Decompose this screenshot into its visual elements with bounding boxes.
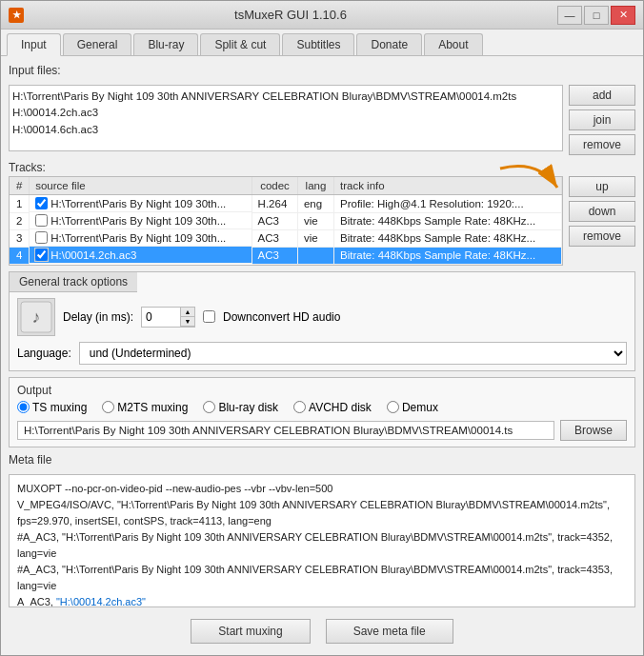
input-files-row: H:\Torrent\Paris By Night 109 30th ANNIV… <box>9 85 635 155</box>
remove-file-button[interactable]: remove <box>569 134 635 155</box>
tab-bar: Input General Blu-ray Split & cut Subtit… <box>1 30 643 56</box>
track-codec: AC3 <box>252 229 298 247</box>
track-lang <box>297 247 333 264</box>
add-button[interactable]: add <box>569 85 635 106</box>
app-icon: ★ <box>9 8 24 23</box>
track-checkbox[interactable] <box>35 231 48 244</box>
meta-line: A_AC3, "H:\00014.2ch.ac3" <box>17 594 627 607</box>
track-icon: ♪ <box>17 298 55 336</box>
input-files-box[interactable]: H:\Torrent\Paris By Night 109 30th ANNIV… <box>9 85 563 151</box>
start-muxing-button[interactable]: Start muxing <box>191 619 310 644</box>
language-row: Language: und (Undetermined) <box>17 342 627 365</box>
input-files-label: Input files: <box>9 64 635 77</box>
join-button[interactable]: join <box>569 109 635 130</box>
meta-file-box[interactable]: MUXOPT --no-pcr-on-video-pid --new-audio… <box>9 474 635 608</box>
window-controls: — □ ✕ <box>557 6 635 25</box>
table-row[interactable]: 1 H:\Torrent\Paris By Night 109 30th... … <box>10 195 561 213</box>
meta-line: V_MPEG4/ISO/AVC, "H:\Torrent\Paris By Ni… <box>17 497 627 529</box>
output-options-row: TS muxing M2TS muxing Blu-ray disk AVCHD… <box>17 401 627 414</box>
delay-input-wrap: ▲ ▼ <box>141 307 195 328</box>
tracks-table: # source file codec lang track info 1 H:… <box>10 177 562 265</box>
bottom-buttons: Start muxing Save meta file <box>9 613 635 647</box>
track-codec: AC3 <box>252 247 298 264</box>
downconvert-label: Downconvert HD audio <box>223 310 340 324</box>
table-row[interactable]: 2 H:\Torrent\Paris By Night 109 30th... … <box>10 212 561 229</box>
general-track-body: ♪ Delay (in ms): ▲ ▼ Downconvert HD audi… <box>10 292 634 370</box>
track-checkbox[interactable] <box>35 248 48 261</box>
list-item: H:\00014.6ch.ac3 <box>12 122 559 138</box>
spinner-buttons: ▲ ▼ <box>180 308 194 327</box>
track-num: 2 <box>10 212 30 229</box>
option-avchd-disk[interactable]: AVCHD disk <box>293 401 372 414</box>
col-header-source: source file <box>30 177 252 195</box>
input-file-buttons: add join remove <box>569 85 635 155</box>
track-source: H:\Torrent\Paris By Night 109 30th... <box>30 212 252 229</box>
col-header-info: track info <box>334 177 562 195</box>
down-button[interactable]: down <box>569 201 635 222</box>
close-button[interactable]: ✕ <box>611 6 635 25</box>
output-path-box[interactable]: H:\Torrent\Paris By Night 109 30th ANNIV… <box>17 421 554 440</box>
track-info: Bitrate: 448Kbps Sample Rate: 48KHz... <box>334 229 562 247</box>
meta-path: "H:\00014.2ch.ac3" <box>56 596 146 607</box>
meta-line: MUXOPT --no-pcr-on-video-pid --new-audio… <box>17 481 627 497</box>
tab-about[interactable]: About <box>424 33 482 55</box>
tab-splitcut[interactable]: Split & cut <box>200 33 280 55</box>
svg-text:♪: ♪ <box>32 308 41 327</box>
meta-label: Meta file <box>9 453 635 467</box>
browse-button[interactable]: Browse <box>560 420 627 441</box>
option-m2ts-muxing[interactable]: M2TS muxing <box>102 401 188 414</box>
track-info: Bitrate: 448Kbps Sample Rate: 48KHz... <box>334 212 562 229</box>
output-path-row: H:\Torrent\Paris By Night 109 30th ANNIV… <box>17 420 627 441</box>
track-num: 3 <box>10 229 30 247</box>
output-label: Output <box>17 384 627 397</box>
option-bluray-disk[interactable]: Blu-ray disk <box>203 401 278 414</box>
list-item: H:\Torrent\Paris By Night 109 30th ANNIV… <box>12 89 559 105</box>
track-codec: AC3 <box>252 212 298 229</box>
track-checkbox[interactable] <box>35 197 48 209</box>
col-header-codec: codec <box>252 177 298 195</box>
audio-icon: ♪ <box>19 300 53 334</box>
output-section: Output TS muxing M2TS muxing Blu-ray dis… <box>9 377 635 447</box>
meta-line: #A_AC3, "H:\Torrent\Paris By Night 109 3… <box>17 562 627 594</box>
track-source: H:\Torrent\Paris By Night 109 30th... <box>30 195 252 212</box>
delay-row: ♪ Delay (in ms): ▲ ▼ Downconvert HD audi… <box>17 298 627 336</box>
track-lang: vie <box>297 212 333 229</box>
track-checkbox[interactable] <box>35 214 48 227</box>
track-info: Profile: High@4.1 Resolution: 1920:... <box>334 195 562 213</box>
save-meta-button[interactable]: Save meta file <box>326 619 453 644</box>
table-row[interactable]: 4 H:\00014.2ch.ac3 AC3 Bitrate: 448Kbps … <box>10 247 561 264</box>
spin-up-button[interactable]: ▲ <box>181 308 194 317</box>
list-item: H:\00014.2ch.ac3 <box>12 105 559 121</box>
table-row[interactable]: 3 H:\Torrent\Paris By Night 109 30th... … <box>10 229 561 247</box>
tracks-section: Tracks: # so <box>9 161 635 266</box>
up-button[interactable]: up <box>569 176 635 197</box>
minimize-button[interactable]: — <box>557 6 582 25</box>
track-lang: eng <box>297 195 333 213</box>
meta-line: #A_AC3, "H:\Torrent\Paris By Night 109 3… <box>17 529 627 562</box>
tracks-table-wrapper: # source file codec lang track info 1 H:… <box>9 176 563 266</box>
tab-input[interactable]: Input <box>7 33 61 56</box>
track-source: H:\00014.2ch.ac3 <box>30 247 252 264</box>
downconvert-checkbox[interactable] <box>203 310 215 323</box>
track-source: H:\Torrent\Paris By Night 109 30th... <box>30 229 252 247</box>
track-lang: vie <box>297 229 333 247</box>
track-num: 4 <box>10 247 30 264</box>
col-header-lang: lang <box>297 177 333 195</box>
tab-donate[interactable]: Donate <box>356 33 422 55</box>
remove-track-button[interactable]: remove <box>569 226 635 247</box>
tab-bluray[interactable]: Blu-ray <box>133 33 198 55</box>
tab-general[interactable]: General <box>63 33 132 55</box>
main-content: Input files: H:\Torrent\Paris By Night 1… <box>1 56 643 655</box>
track-buttons: up down remove <box>569 176 635 266</box>
maximize-button[interactable]: □ <box>584 6 609 25</box>
language-select[interactable]: und (Undetermined) <box>79 342 627 365</box>
language-label: Language: <box>17 347 71 360</box>
option-demux[interactable]: Demux <box>387 401 438 414</box>
window-title: tsMuxeR GUI 1.10.6 <box>24 8 557 22</box>
main-window: ★ tsMuxeR GUI 1.10.6 — □ ✕ Input General… <box>0 0 644 656</box>
tracks-label: Tracks: <box>9 161 635 174</box>
spin-down-button[interactable]: ▼ <box>181 317 194 327</box>
option-ts-muxing[interactable]: TS muxing <box>17 401 87 414</box>
delay-input[interactable] <box>142 308 180 326</box>
tab-subtitles[interactable]: Subtitles <box>282 33 354 55</box>
